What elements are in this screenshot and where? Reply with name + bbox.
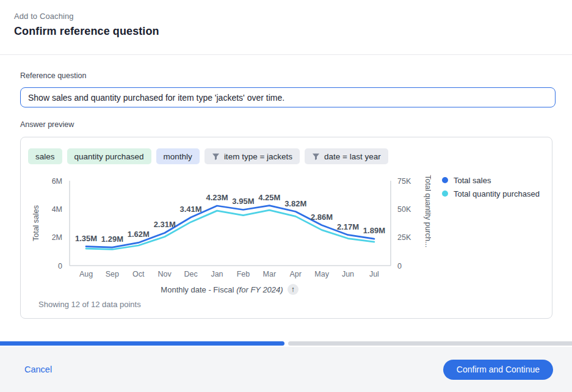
svg-text:4M: 4M: [52, 205, 62, 214]
chart-legend: Total sales Total quantity purchased: [442, 173, 540, 200]
x-axis-title-note: (for FY 2024): [236, 285, 283, 294]
svg-text:3.95M: 3.95M: [232, 197, 254, 206]
token-quantity-purchased[interactable]: quantity purchased: [67, 148, 151, 164]
svg-text:2.31M: 2.31M: [154, 220, 176, 229]
svg-text:4.23M: 4.23M: [206, 193, 228, 202]
progress-track: [288, 341, 572, 346]
token-label: quantity purchased: [74, 152, 144, 161]
chart-plot-area: 6M4M2M075K50K25K0AugSepOctNovDecJanFebMa…: [28, 172, 431, 281]
svg-text:2.17M: 2.17M: [337, 222, 359, 231]
svg-text:1.29M: 1.29M: [101, 234, 123, 244]
token-label: monthly: [164, 152, 192, 161]
svg-text:May: May: [314, 270, 329, 278]
legend-item-total-quantity[interactable]: Total quantity purchased: [442, 187, 540, 200]
dialog-footer: Cancel Confirm and Continue: [0, 347, 572, 392]
filter-funnel-icon: [212, 153, 220, 161]
svg-text:Mar: Mar: [263, 270, 277, 278]
svg-text:0: 0: [58, 262, 62, 270]
svg-text:Oct: Oct: [132, 270, 145, 278]
svg-text:Apr: Apr: [289, 270, 301, 278]
reference-question-label: Reference question: [20, 71, 556, 80]
page-title: Confirm reference question: [14, 25, 557, 38]
legend-label: Total sales: [454, 176, 491, 185]
svg-text:50K: 50K: [397, 205, 411, 214]
token-sales[interactable]: sales: [28, 148, 62, 164]
svg-text:1.89M: 1.89M: [363, 226, 385, 235]
wizard-progress-bar: [0, 341, 572, 346]
svg-text:Total sales: Total sales: [32, 205, 40, 241]
svg-text:Jun: Jun: [342, 270, 354, 278]
progress-fill: [0, 341, 284, 346]
legend-label: Total quantity purchased: [454, 189, 540, 198]
answer-preview-panel: sales quantity purchased monthly item ty…: [20, 137, 552, 319]
token-label: sales: [35, 152, 55, 161]
legend-dot-icon: [442, 191, 448, 197]
svg-text:Feb: Feb: [237, 270, 250, 278]
x-axis-title-row: Monthly date - Fiscal (for FY 2024) ↑: [28, 283, 431, 296]
svg-text:2M: 2M: [52, 233, 62, 242]
svg-text:Dec: Dec: [184, 270, 197, 278]
x-axis-title: Monthly date - Fiscal: [161, 285, 234, 294]
arrow-up-icon: ↑: [291, 286, 295, 293]
svg-text:Nov: Nov: [158, 270, 172, 278]
legend-item-total-sales[interactable]: Total sales: [442, 173, 540, 187]
svg-text:0: 0: [397, 262, 402, 270]
breadcrumb: Add to Coaching: [14, 12, 557, 21]
sort-ascending-button[interactable]: ↑: [288, 284, 299, 295]
reference-question-input[interactable]: [20, 87, 556, 107]
dual-axis-line-chart: 6M4M2M075K50K25K0AugSepOctNovDecJanFebMa…: [28, 172, 545, 281]
answer-preview-label: Answer preview: [20, 120, 556, 129]
svg-text:Total quantity purch...: Total quantity purch...: [424, 175, 431, 248]
svg-text:3.41M: 3.41M: [180, 205, 202, 214]
token-label: date = last year: [324, 152, 381, 161]
confirm-reference-dialog: Add to Coaching Confirm reference questi…: [0, 0, 572, 392]
svg-text:75K: 75K: [397, 177, 411, 186]
confirm-and-continue-button[interactable]: Confirm and Continue: [443, 360, 553, 380]
svg-text:Sep: Sep: [106, 270, 119, 278]
svg-text:1.35M: 1.35M: [75, 234, 97, 243]
svg-text:1.62M: 1.62M: [128, 230, 150, 239]
query-token-bar: sales quantity purchased monthly item ty…: [28, 148, 545, 164]
token-monthly[interactable]: monthly: [156, 148, 200, 164]
svg-text:2.86M: 2.86M: [311, 212, 333, 222]
cancel-button[interactable]: Cancel: [24, 365, 52, 374]
dialog-body: Reference question Answer preview sales …: [20, 55, 556, 319]
svg-text:Aug: Aug: [79, 270, 93, 278]
svg-text:Jan: Jan: [211, 270, 223, 278]
svg-text:Jul: Jul: [369, 270, 379, 278]
dialog-header: Add to Coaching Confirm reference questi…: [0, 0, 572, 38]
svg-text:3.82M: 3.82M: [284, 199, 306, 208]
token-label: item type = jackets: [224, 152, 292, 161]
svg-text:4.25M: 4.25M: [258, 193, 280, 202]
legend-dot-icon: [442, 177, 448, 183]
svg-text:25K: 25K: [397, 233, 411, 242]
token-filter-item-type[interactable]: item type = jackets: [205, 148, 300, 164]
token-filter-date[interactable]: date = last year: [305, 148, 388, 164]
data-points-count: Showing 12 of 12 data points: [28, 300, 545, 309]
filter-funnel-icon: [312, 153, 320, 161]
svg-text:6M: 6M: [52, 177, 62, 186]
